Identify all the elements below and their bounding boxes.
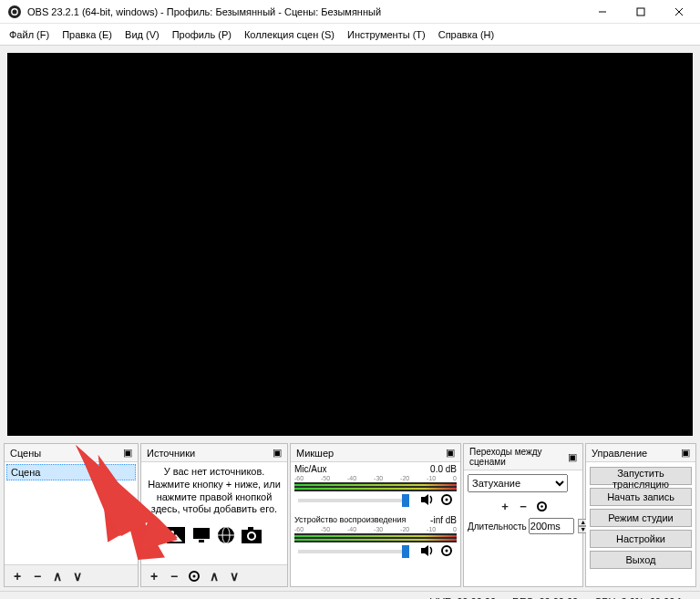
statusbar: LIVE: 00:00:00 REC: 00:00:00 CPU: 3.9%, … [0, 591, 700, 599]
transition-settings-button[interactable] [533, 498, 550, 514]
dock-mixer: Микшер ▣ Mic/Aux 0.0 dB -60-50-40-30-20-… [290, 443, 461, 587]
svg-point-7 [170, 531, 174, 534]
add-transition-button[interactable]: + [497, 498, 513, 514]
popout-icon[interactable]: ▣ [568, 451, 577, 463]
svg-point-17 [249, 533, 254, 539]
remove-source-button[interactable]: − [165, 567, 183, 585]
source-settings-button[interactable] [185, 567, 203, 585]
popout-icon[interactable]: ▣ [681, 447, 690, 459]
mixer-channel-mic: Mic/Aux 0.0 dB -60-50-40-30-20-100 [291, 462, 460, 513]
minimize-button[interactable] [583, 0, 622, 24]
mixer-ch-db: -inf dB [430, 515, 457, 525]
camera-icon [241, 526, 262, 546]
titlebar: OBS 23.2.1 (64-bit, windows) - Профиль: … [0, 0, 700, 24]
svg-rect-9 [193, 528, 210, 539]
remove-transition-button[interactable]: − [515, 498, 531, 514]
svg-marker-23 [421, 545, 428, 556]
globe-icon [217, 526, 235, 546]
dock-sources: Источники ▣ У вас нет источников. Нажмит… [140, 443, 288, 587]
source-type-icons [141, 525, 287, 548]
speaker-icon[interactable] [420, 493, 435, 508]
status-rec: REC: 00:00:00 [512, 596, 578, 600]
studio-mode-button[interactable]: Режим студии [590, 509, 692, 527]
menubar: Файл (F) Правка (E) Вид (V) Профиль (P) … [0, 24, 700, 46]
remove-scene-button[interactable]: − [28, 567, 46, 585]
display-icon [191, 526, 211, 546]
add-source-button[interactable]: + [145, 567, 163, 585]
svg-point-19 [193, 574, 196, 577]
scene-down-button[interactable]: ∨ [68, 567, 87, 585]
svg-point-25 [446, 550, 448, 553]
gear-icon[interactable] [440, 544, 453, 559]
preview-canvas[interactable] [7, 53, 693, 436]
dock-scenes: Сцены ▣ Сцена + − ∧ ∨ [4, 443, 139, 587]
menu-scene-collection[interactable]: Коллекция сцен (S) [239, 26, 340, 43]
scene-up-button[interactable]: ∧ [48, 567, 67, 585]
dock-sources-title: Источники [147, 448, 195, 459]
status-live: LIVE: 00:00:00 [429, 596, 496, 600]
popout-icon[interactable]: ▣ [273, 447, 282, 459]
scene-item[interactable]: Сцена [6, 464, 136, 480]
dock-controls: Управление ▣ Запустить трансляцию Начать… [585, 443, 696, 587]
transition-select[interactable]: Затухание [468, 474, 568, 492]
menu-profile[interactable]: Профиль (P) [167, 26, 237, 43]
maximize-button[interactable] [622, 0, 660, 24]
menu-file[interactable]: Файл (F) [4, 26, 55, 43]
status-cpu: CPU: 3.9%, 60.00 fps [594, 596, 691, 600]
window-title: OBS 23.2.1 (64-bit, windows) - Профиль: … [27, 6, 583, 17]
volume-slider[interactable] [298, 550, 409, 553]
svg-point-27 [540, 505, 543, 508]
speaker-icon[interactable] [420, 544, 435, 559]
mixer-ch-name: Mic/Aux [294, 464, 327, 474]
source-up-button[interactable]: ∧ [205, 567, 223, 585]
start-streaming-button[interactable]: Запустить трансляцию [590, 467, 692, 485]
svg-point-22 [446, 499, 448, 501]
add-scene-button[interactable]: + [8, 567, 26, 585]
svg-marker-20 [421, 494, 428, 505]
menu-help[interactable]: Справка (H) [433, 26, 499, 43]
gear-icon[interactable] [440, 493, 453, 508]
menu-tools[interactable]: Инструменты (T) [342, 26, 431, 43]
popout-icon[interactable]: ▣ [123, 447, 132, 459]
source-down-button[interactable]: ∨ [225, 567, 243, 585]
menu-view[interactable]: Вид (V) [119, 26, 165, 43]
svg-point-0 [8, 5, 21, 18]
close-button[interactable] [660, 0, 698, 24]
sources-empty-text: У вас нет источников. Нажмите кнопку + н… [141, 462, 287, 525]
dock-mixer-title: Микшер [296, 448, 334, 459]
duration-label: Длительность [468, 522, 527, 532]
svg-rect-15 [248, 527, 253, 531]
start-recording-button[interactable]: Начать запись [590, 488, 692, 506]
app-icon [7, 5, 22, 19]
svg-rect-10 [199, 540, 204, 542]
dock-controls-title: Управление [592, 448, 647, 459]
dock-scenes-title: Сцены [10, 448, 41, 459]
settings-button[interactable]: Настройки [590, 530, 692, 548]
popout-icon[interactable]: ▣ [446, 447, 455, 459]
mixer-ch-name: Устройство воспроизведения [294, 515, 406, 525]
mixer-channel-desktop: Устройство воспроизведения -inf dB -60-5… [291, 513, 460, 564]
duration-input[interactable] [529, 518, 574, 534]
dock-transitions-title: Переходы между сценами [469, 447, 568, 467]
image-icon [166, 526, 186, 546]
menu-edit[interactable]: Правка (E) [57, 26, 118, 43]
exit-button[interactable]: Выход [590, 551, 692, 569]
volume-slider[interactable] [298, 499, 409, 502]
dock-transitions: Переходы между сценами ▣ Затухание + − Д… [463, 443, 583, 587]
mixer-ch-db: 0.0 dB [430, 464, 457, 474]
svg-rect-3 [637, 8, 644, 15]
